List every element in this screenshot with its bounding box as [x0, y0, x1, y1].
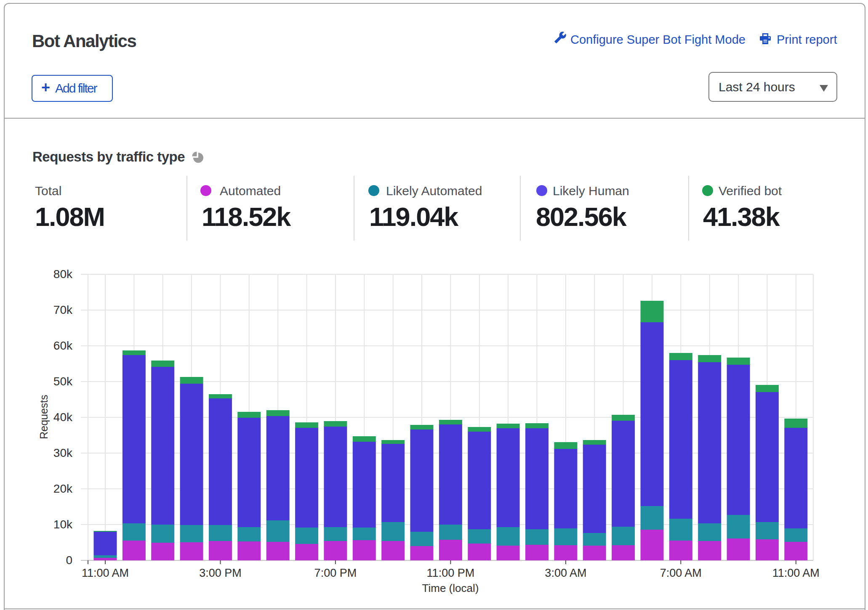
svg-text:50k: 50k: [53, 375, 73, 388]
svg-text:60k: 60k: [53, 339, 73, 352]
svg-text:30k: 30k: [53, 446, 73, 459]
svg-text:Requests: Requests: [38, 395, 50, 439]
svg-text:11:00 AM: 11:00 AM: [772, 567, 820, 579]
svg-text:11:00 PM: 11:00 PM: [427, 567, 475, 579]
svg-text:10k: 10k: [53, 518, 73, 531]
svg-text:80k: 80k: [53, 268, 73, 281]
svg-text:20k: 20k: [53, 482, 73, 495]
svg-text:3:00 PM: 3:00 PM: [199, 567, 242, 579]
svg-text:7:00 PM: 7:00 PM: [314, 567, 357, 579]
svg-text:Time (local): Time (local): [422, 582, 479, 594]
svg-text:3:00 AM: 3:00 AM: [545, 567, 586, 579]
svg-text:70k: 70k: [53, 303, 73, 316]
svg-text:0: 0: [66, 554, 72, 567]
svg-text:7:00 AM: 7:00 AM: [660, 567, 702, 579]
svg-text:40k: 40k: [53, 411, 73, 424]
svg-text:11:00 AM: 11:00 AM: [82, 567, 129, 579]
